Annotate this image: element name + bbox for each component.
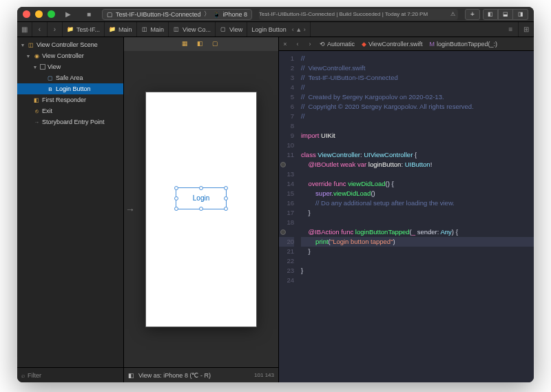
action-connection-icon[interactable] (280, 229, 286, 235)
file-label: ViewController.swift (368, 41, 422, 48)
viewcontroller-node[interactable]: ▼◉View Controller (17, 50, 123, 61)
symbol-label: loginButtonTapped(_:) (437, 41, 497, 48)
source-lines: // // ViewController.swift // Test-IF-UI… (298, 51, 534, 382)
file-crumb[interactable]: ◆ViewController.swift (358, 41, 426, 48)
view-icon: ▢ (220, 26, 227, 33)
warning-icon: ⚠︎ (450, 11, 458, 17)
storyboard-icon: ◫ (141, 26, 148, 33)
device-frame: Login (146, 92, 256, 327)
close-icon[interactable] (23, 10, 30, 18)
xcode-window: ▶ ■ ▢ Test-IF-UIButton-IS-Connected 〉 📱 … (17, 7, 534, 382)
button-icon: B (47, 85, 54, 92)
breadcrumb-label: View (229, 26, 242, 33)
view-node[interactable]: ▼View (17, 61, 123, 72)
entry-icon: → (33, 118, 40, 125)
breadcrumb-project[interactable]: 📁Test-IF... (63, 22, 105, 37)
zoom-icon[interactable] (48, 10, 55, 18)
folder-icon: 📁 (109, 26, 116, 33)
exit-icon: ⎋ (33, 107, 40, 114)
editor-jump-bar: × ‹ › ⟲Automatic ◆ViewController.swift M… (279, 37, 534, 51)
document-outline: ▼◫View Controller Scene ▼◉View Controlle… (17, 37, 124, 382)
mode-label: Automatic (327, 41, 355, 48)
breadcrumb-view[interactable]: ▢View (216, 22, 247, 37)
main-area: ▼◫View Controller Scene ▼◉View Controlle… (17, 37, 534, 382)
toggle-bottom-panel-button[interactable]: ⬓ (498, 9, 513, 20)
breadcrumb-group[interactable]: 📁Main (105, 22, 137, 37)
forward-button[interactable]: › (48, 22, 63, 37)
source-editor[interactable]: 1234567891011 131415161718 2021222324 //… (279, 51, 534, 382)
scene-icon: ◫ (173, 26, 180, 33)
login-button-widget[interactable]: Login (177, 189, 225, 208)
minimize-icon[interactable] (35, 10, 43, 18)
node-label: View (48, 63, 61, 70)
breadcrumb-label: Main (151, 26, 165, 33)
library-button[interactable]: + (465, 9, 480, 20)
editor-layout-segmented: ◧ ⬓ ◨ (483, 9, 528, 20)
app-icon: ▢ (107, 11, 113, 18)
swift-icon: ◆ (362, 41, 366, 48)
align-icon[interactable]: ▦ (182, 40, 190, 48)
view-as-label[interactable]: View as: iPhone 8 (℃ - R) (138, 372, 211, 379)
method-icon: M (429, 41, 435, 48)
folder-icon: 📁 (67, 26, 74, 33)
outline-toggle-icon[interactable]: ◧ (128, 372, 134, 379)
node-label: Storyboard Entry Point (42, 118, 105, 125)
scheme-selector[interactable]: ▢ Test-IF-UIButton-IS-Connected 〉 📱 iPho… (102, 9, 252, 20)
canvas-viewport[interactable]: → Login (124, 51, 278, 367)
scene-node[interactable]: ▼◫View Controller Scene (17, 39, 123, 50)
pin-icon[interactable]: ◧ (197, 40, 205, 48)
jump-bar: ▦ ‹ › 📁Test-IF... 📁Main ◫Main ◫View Co..… (17, 22, 534, 37)
safearea-node[interactable]: ▢Safe Area (17, 72, 123, 83)
close-editor-button[interactable]: × (279, 41, 291, 48)
outline-filter: ⌕ Filter (17, 367, 123, 382)
firstresponder-icon: ◧ (33, 96, 40, 103)
assistant-editor: × ‹ › ⟲Automatic ◆ViewController.swift M… (279, 37, 534, 382)
related-items-button[interactable]: ▦ (17, 22, 32, 37)
back-button[interactable]: ‹ (291, 41, 304, 48)
breadcrumb-storyboard[interactable]: ◫Main (137, 22, 169, 37)
stop-button[interactable]: ■ (81, 9, 96, 20)
scheme-device: iPhone 8 (223, 11, 248, 18)
node-label: Exit (42, 107, 52, 114)
view-icon (40, 64, 45, 70)
symbol-crumb[interactable]: MloginButtonTapped(_:) (426, 41, 501, 48)
breadcrumb-label: Login Button (251, 26, 287, 33)
selection-outline (176, 187, 227, 209)
assistant-mode[interactable]: ⟲Automatic (316, 41, 358, 48)
toolbar-right: + ◧ ⬓ ◨ (465, 9, 528, 20)
embed-icon[interactable]: ▢ (212, 40, 220, 48)
scheme-target: Test-IF-UIButton-IS-Connected (116, 11, 201, 18)
line-gutter: 1234567891011 131415161718 2021222324 (279, 51, 298, 382)
canvas-footer: ◧ View as: iPhone 8 (℃ - R) 101 143 (124, 367, 278, 382)
status-text: Test-IF-UIButton-IS-Connected | Build Su… (259, 11, 428, 17)
safearea-icon: ▢ (47, 74, 54, 81)
filter-placeholder[interactable]: Filter (28, 372, 41, 379)
breadcrumb-item[interactable]: Login Button‹ ▲ › (247, 22, 310, 37)
forward-button[interactable]: › (304, 41, 316, 48)
back-button[interactable]: ‹ (32, 22, 48, 37)
breadcrumb-scene[interactable]: ◫View Co... (169, 22, 216, 37)
add-editor-button[interactable]: ⊞ (519, 22, 534, 37)
traffic-lights (23, 10, 55, 18)
outline-tree: ▼◫View Controller Scene ▼◉View Controlle… (17, 37, 123, 367)
loginbutton-node[interactable]: BLogin Button (17, 83, 123, 94)
interface-builder-canvas: ▦ ◧ ▢ → (124, 37, 279, 382)
breadcrumb-label: Main (118, 26, 132, 33)
exit-node[interactable]: ⎋Exit (17, 105, 123, 116)
zoom-controls[interactable]: 101 143 (254, 372, 274, 378)
entry-arrow-icon: → (124, 199, 136, 220)
node-label: Login Button (56, 85, 91, 92)
adjust-editor-button[interactable]: ≡ (503, 22, 519, 37)
node-label: View Controller (42, 52, 84, 59)
toggle-left-panel-button[interactable]: ◧ (483, 9, 498, 20)
canvas-toolbar: ▦ ◧ ▢ (124, 37, 278, 51)
viewcontroller-icon: ◉ (33, 52, 40, 59)
entrypoint-node[interactable]: →Storyboard Entry Point (17, 116, 123, 127)
outlet-connection-icon[interactable] (280, 162, 286, 167)
filter-icon: ⌕ (21, 372, 25, 379)
run-button[interactable]: ▶ (61, 9, 76, 20)
activity-status[interactable]: Test-IF-UIButton-IS-Connected | Build Su… (259, 9, 458, 20)
scene-icon: ◫ (28, 41, 34, 48)
toggle-right-panel-button[interactable]: ◨ (513, 9, 528, 20)
firstresponder-node[interactable]: ◧First Responder (17, 94, 123, 105)
